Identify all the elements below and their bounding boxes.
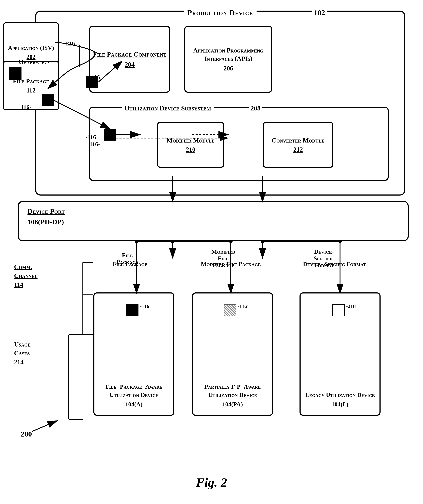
- uds-label: Utilization Device Subsystem: [122, 104, 214, 112]
- comm-channel-label: Comm. Channel 114: [14, 263, 37, 289]
- page: Production Device 102 Application (ISV) …: [0, 0, 423, 504]
- file-package-box: File Package 112: [3, 61, 59, 110]
- production-device-number: 102: [312, 8, 327, 17]
- fpc-box: File Package Component 204: [89, 26, 170, 93]
- file-package-icon-1: [9, 67, 22, 80]
- fp-aware-label: File- Package- Aware Utilization Device: [94, 383, 173, 399]
- uds-box: Utilization Device Subsystem 208 Modifie…: [89, 107, 389, 181]
- fpc-label: File Package Component: [93, 50, 166, 59]
- legacy-icon: [332, 304, 344, 316]
- device-specific-label: Device- Specific Format: [303, 261, 366, 267]
- fp-aware-icon: [126, 304, 139, 316]
- device-port-box: Device Port 106(PD-DP): [18, 201, 409, 241]
- fp-aware-box: -116 File- Package- Aware Utilization De…: [93, 292, 175, 416]
- modifier-box: Modifier Module 210: [157, 122, 224, 168]
- uds-number: 208: [249, 104, 262, 112]
- generation-label: Generation: [18, 58, 50, 66]
- device-port-label: Device Port: [27, 207, 65, 216]
- apis-number: 206: [224, 65, 233, 72]
- app-isv-label: Application (ISV): [8, 44, 54, 52]
- arrow-label-116-top: 116: [91, 74, 100, 81]
- fp-above: FilePackage: [116, 252, 139, 265]
- device-port-number: 106(PD-DP): [27, 218, 64, 226]
- apis-label: Application Programming Interfaces (APIs…: [185, 46, 271, 63]
- legacy-box: -218 Legacy Utilization Device 104(L): [300, 292, 381, 416]
- fp-aware-number: 104(A): [125, 401, 143, 408]
- file-package-number: 112: [26, 87, 36, 94]
- production-device-box: Production Device 102 Application (ISV) …: [35, 11, 405, 196]
- legacy-number: 104(L): [332, 401, 349, 408]
- fig-caption: Fig. 2: [196, 475, 227, 490]
- modifier-number: 210: [186, 146, 195, 153]
- partial-fp-icon: [224, 304, 236, 316]
- converter-box: Converter Module 212: [263, 122, 333, 168]
- usage-cases-label: Usage Cases 214: [14, 340, 31, 366]
- partial-fp-number: 104(PA): [222, 401, 243, 408]
- two-hundred-label: 200: [21, 430, 32, 438]
- mfp-above: ModifiedFilePackage: [212, 248, 235, 269]
- production-device-label: Production Device: [184, 8, 257, 17]
- partial-fp-label: Partially F-P- Aware Utilization Device: [193, 383, 272, 399]
- converter-label: Converter Module: [272, 136, 325, 145]
- apis-box: Application Programming Interfaces (APIs…: [184, 26, 272, 93]
- arrow-label-216: 216: [66, 40, 75, 47]
- legacy-label: Legacy Utilization Device: [305, 391, 375, 399]
- converter-number: 212: [293, 146, 303, 153]
- arrow-label-116-uds: -116: [85, 134, 96, 141]
- fpc-number: 204: [125, 60, 135, 68]
- arrow-label-116-bottom: 116-: [21, 104, 31, 111]
- partial-fp-box: -116' Partially F-P- Aware Utilization D…: [192, 292, 273, 416]
- dsf-above: Device-SpecificFormat: [314, 248, 334, 269]
- modifier-label: Modifier Module: [167, 136, 215, 145]
- svg-line-34: [32, 421, 56, 432]
- label-116-c: 116-: [90, 141, 100, 148]
